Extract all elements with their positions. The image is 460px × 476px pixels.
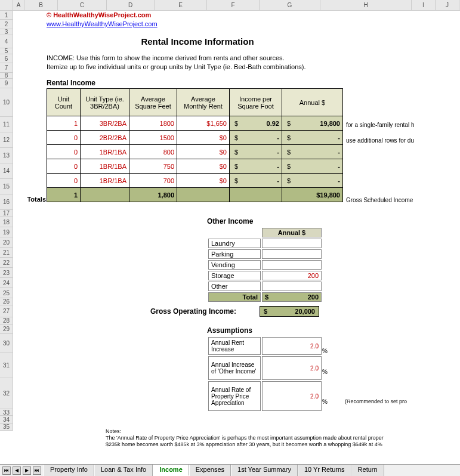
goi-label: Gross Operating Income: [150,307,236,316]
rent-cell[interactable]: $0 [177,174,230,188]
unit-count-cell[interactable]: 0 [47,131,81,145]
total-sqft: 1,800 [129,188,177,202]
annual-cell: $19,800 [282,116,343,131]
desc-line-2: Itemize up to five individual units or g… [47,63,306,70]
other-item-value[interactable] [262,249,322,259]
tab-property-info[interactable]: Property Info [44,465,94,476]
percent-sign: % [322,369,328,375]
assumption-value[interactable]: 2.0 [262,381,322,411]
col-C[interactable]: C [58,0,107,10]
goi-value: $20,000 [260,306,319,317]
unit-count-cell[interactable]: 0 [47,159,81,174]
percent-sign: % [322,348,328,354]
col-A[interactable]: A [13,0,24,10]
tab-loan-tax-info[interactable]: Loan & Tax Info [94,465,153,476]
col-J[interactable]: J [436,0,459,10]
hdr-avg-rent: Average Monthly Rent [177,89,230,116]
rental-income-table: Unit Count Unit Type (ie. 3BR/2BA) Avera… [47,88,343,202]
unit-type-cell[interactable]: 2BR/2BA [81,131,129,145]
tab-expenses[interactable]: Expenses [189,465,231,476]
col-F[interactable]: F [207,0,260,10]
col-H[interactable]: H [320,0,412,10]
sqft-cell[interactable]: 750 [129,159,177,174]
other-item-label: Storage [208,271,261,280]
other-item-label: Vending [208,260,261,270]
notes-line-2: $235k home becomes worth $485k at 3% app… [106,441,384,448]
tab-10-yr-returns[interactable]: 10 Yr Returns [298,465,351,476]
ipsf-cell: $- [230,174,282,188]
nav-first-icon[interactable]: ⏮ [2,466,11,475]
other-total-val: 200 [308,293,319,301]
assumption-value[interactable]: 2.0 [262,356,322,380]
page-title: Rental Income Information [24,36,371,47]
sheet-tabs: ⏮ ◀ ▶ ⏭ Property InfoLoan & Tax InfoInco… [0,464,460,476]
sqft-cell[interactable]: 1500 [129,131,177,145]
assumption-label: Annual Rate of Property Price Appreciati… [208,381,261,411]
unit-type-cell[interactable]: 3BR/2BA [81,116,129,131]
hdr-annual: Annual $ [282,89,343,116]
unit-type-cell[interactable]: 1BR/1BA [81,145,129,159]
assumption-value[interactable]: 2.0 [262,337,322,355]
recommended-note: (Recommended to set pro [345,398,407,404]
unit-count-cell[interactable]: 0 [47,174,81,188]
other-item-value[interactable]: 200 [262,271,322,280]
sqft-cell[interactable]: 700 [129,174,177,188]
rent-cell[interactable]: $0 [177,131,230,145]
desc-line-1: INCOME: Use this form to show the income… [47,54,285,61]
tab-nav: ⏮ ◀ ▶ ⏭ [0,465,44,476]
other-item-value[interactable] [262,282,322,291]
nav-last-icon[interactable]: ⏭ [33,466,41,475]
other-item-value[interactable] [262,239,322,248]
rent-cell[interactable]: $1,650 [177,116,230,131]
other-item-label: Parking [208,249,261,259]
sqft-cell[interactable]: 800 [129,145,177,159]
row-note: use additional rows for du [346,137,414,144]
hdr-income-sqft: Income per Square Foot [230,89,282,116]
ipsf-cell: $- [230,145,282,159]
rent-cell[interactable]: $0 [177,159,230,174]
tab-income[interactable]: Income [153,465,189,476]
col-E[interactable]: E [155,0,207,10]
copyright-text: © HealthWealthyWiseProject.com [47,11,151,18]
other-item-value[interactable] [262,260,322,270]
col-G[interactable]: G [260,0,320,10]
unit-type-cell[interactable]: 1BR/1BA [81,159,129,174]
col-D[interactable]: D [107,0,155,10]
rent-cell[interactable]: $0 [177,145,230,159]
annual-cell: $- [282,159,343,174]
tab-return[interactable]: Return [351,465,384,476]
col-I[interactable]: I [412,0,436,10]
percent-sign: % [322,398,328,405]
annual-cell: $- [282,131,343,145]
tab-1st-year-summary[interactable]: 1st Year Summary [231,465,298,476]
ipsf-cell: $- [230,131,282,145]
hdr-unit-type: Unit Type (ie. 3BR/2BA) [81,89,129,116]
unit-type-cell[interactable]: 1BR/1BA [81,174,129,188]
unit-count-cell[interactable]: 0 [47,145,81,159]
unit-count-cell[interactable]: 1 [47,116,81,131]
assumptions-table: Annual Rent Increase 2.0Annual Increase … [207,336,323,412]
other-income-heading: Other Income [207,217,253,225]
other-annual-hdr: Annual $ [262,228,322,237]
gross-scheduled-note: Gross Scheduled Income [346,197,413,203]
col-B[interactable]: B [24,0,58,10]
other-item-label: Other [208,282,261,291]
rental-income-heading: Rental Income [47,79,95,87]
annual-cell: $- [282,145,343,159]
notes-head: Notes: [106,428,384,435]
row-note: for a single-family rental h [346,122,415,128]
notes-line-1: The 'Annual Rate of Property Price Appre… [106,435,384,441]
totals-label: Totals [24,196,46,203]
total-count: 1 [47,188,81,202]
hdr-avg-sqft: Average Square Feet [129,89,177,116]
website-link[interactable]: www.HealthyWealthyWiseProject.com [47,20,158,27]
column-headers: A B C D E F G H I J [0,0,460,11]
total-annual: 19,800 [320,191,340,199]
assumption-label: Annual Increase of 'Other Income' [208,356,261,380]
nav-prev-icon[interactable]: ◀ [13,466,21,475]
other-income-table: Annual $ Laundry Parking Vending Storage… [207,227,323,303]
other-total-label: Total [208,292,261,302]
annual-cell: $- [282,174,343,188]
nav-next-icon[interactable]: ▶ [23,466,31,475]
sqft-cell[interactable]: 1800 [129,116,177,131]
